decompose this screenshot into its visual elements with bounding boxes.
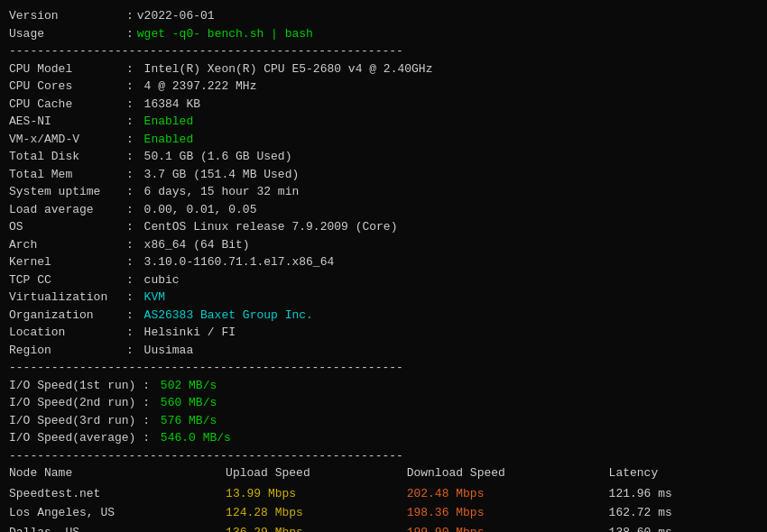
io-row: I/O Speed(average) : 546.0 MB/s (9, 429, 758, 447)
system-row: VM-x/AMD-V : Enabled (9, 131, 758, 149)
sys-label: Kernel (9, 253, 126, 271)
system-row: Kernel : 3.10.0-1160.71.1.el7.x86_64 (9, 253, 758, 271)
system-row: Arch : x86_64 (64 Bit) (9, 236, 758, 254)
system-info: CPU Model : Intel(R) Xeon(R) CPU E5-2680… (9, 60, 758, 360)
system-row: TCP CC : cubic (9, 271, 758, 289)
divider-1: ----------------------------------------… (9, 42, 758, 60)
system-row: Virtualization : KVM (9, 289, 758, 307)
speed-tbody: Speedtest.net 13.99 Mbps 202.48 Mbps 121… (9, 484, 758, 533)
table-row: Dallas, US 136.29 Mbps 199.90 Mbps 138.6… (9, 523, 758, 533)
sys-value: Helsinki / FI (144, 324, 236, 342)
col-upload: Upload Speed (226, 464, 407, 484)
system-row: Total Disk : 50.1 GB (1.6 GB Used) (9, 148, 758, 166)
system-row: Region : Uusimaa (9, 342, 758, 360)
sys-label: CPU Model (9, 60, 126, 78)
sys-label: CPU Cache (9, 96, 126, 114)
upload-cell: 136.29 Mbps (226, 523, 407, 533)
version-line: Version : v2022-06-01 (9, 7, 758, 25)
sys-value: Enabled (144, 113, 194, 131)
io-value: 560 MB/s (161, 394, 217, 412)
sys-label: Location (9, 324, 126, 342)
system-row: CPU Cores : 4 @ 2397.222 MHz (9, 78, 758, 96)
sys-value: CentOS Linux release 7.9.2009 (Core) (144, 218, 398, 236)
system-row: AES-NI : Enabled (9, 113, 758, 131)
sys-value: 3.7 GB (151.4 MB Used) (144, 166, 300, 184)
sys-value: Uusimaa (144, 342, 194, 360)
io-value: 546.0 MB/s (161, 429, 231, 447)
sys-value: Intel(R) Xeon(R) CPU E5-2680 v4 @ 2.40GH… (144, 60, 433, 78)
sys-value: 6 days, 15 hour 32 min (144, 183, 300, 201)
download-cell: 202.48 Mbps (407, 484, 609, 504)
system-row: CPU Model : Intel(R) Xeon(R) CPU E5-2680… (9, 60, 758, 78)
speed-table-header: Node Name Upload Speed Download Speed La… (9, 464, 758, 484)
download-cell: 199.90 Mbps (407, 523, 609, 533)
system-row: Location : Helsinki / FI (9, 324, 758, 342)
sys-value: KVM (144, 289, 165, 307)
sys-label: Total Disk (9, 148, 126, 166)
system-row: Total Mem : 3.7 GB (151.4 MB Used) (9, 166, 758, 184)
col-node: Node Name (9, 464, 226, 484)
divider-3: ----------------------------------------… (9, 447, 758, 465)
col-download: Download Speed (407, 464, 609, 484)
sys-value: 0.00, 0.01, 0.05 (144, 201, 257, 219)
latency-cell: 138.60 ms (609, 523, 758, 533)
sys-value: Enabled (144, 131, 194, 149)
io-row: I/O Speed(1st run) : 502 MB/s (9, 377, 758, 395)
sys-label: Total Mem (9, 166, 126, 184)
io-row: I/O Speed(3rd run) : 576 MB/s (9, 412, 758, 430)
upload-cell: 13.99 Mbps (226, 484, 407, 504)
col-latency: Latency (609, 464, 758, 484)
io-label: I/O Speed(1st run) (9, 377, 135, 395)
sys-label: AES-NI (9, 113, 126, 131)
sys-label: Arch (9, 236, 126, 254)
sys-label: Region (9, 342, 126, 360)
sys-value: 50.1 GB (1.6 GB Used) (144, 148, 292, 166)
table-row: Speedtest.net 13.99 Mbps 202.48 Mbps 121… (9, 484, 758, 504)
sys-label: Virtualization (9, 289, 126, 307)
node-cell: Speedtest.net (9, 484, 226, 504)
version-label: Version (9, 7, 126, 25)
sys-label: TCP CC (9, 271, 126, 289)
table-row: Los Angeles, US 124.28 Mbps 198.36 Mbps … (9, 503, 758, 523)
sys-label: VM-x/AMD-V (9, 131, 126, 149)
system-row: OS : CentOS Linux release 7.9.2009 (Core… (9, 218, 758, 236)
sys-value: x86_64 (64 Bit) (144, 236, 250, 254)
usage-label: Usage (9, 25, 126, 43)
io-info: I/O Speed(1st run) : 502 MB/sI/O Speed(2… (9, 377, 758, 447)
io-label: I/O Speed(average) (9, 429, 135, 447)
system-row: Organization : AS26383 Baxet Group Inc. (9, 307, 758, 325)
version-value: v2022-06-01 (137, 7, 215, 25)
upload-cell: 124.28 Mbps (226, 503, 407, 523)
sys-value: 16384 KB (144, 96, 200, 114)
io-value: 576 MB/s (161, 412, 217, 430)
io-value: 502 MB/s (161, 377, 217, 395)
system-row: CPU Cache : 16384 KB (9, 96, 758, 114)
latency-cell: 162.72 ms (609, 503, 758, 523)
system-row: Load average : 0.00, 0.01, 0.05 (9, 201, 758, 219)
node-cell: Los Angeles, US (9, 503, 226, 523)
sys-value: cubic (144, 271, 180, 289)
io-label: I/O Speed(2nd run) (9, 394, 135, 412)
sys-label: CPU Cores (9, 78, 126, 96)
system-row: System uptime : 6 days, 15 hour 32 min (9, 183, 758, 201)
sys-label: Load average (9, 201, 126, 219)
sys-label: OS (9, 218, 126, 236)
usage-line: Usage : wget -q0- bench.sh | bash (9, 25, 758, 43)
usage-value: wget -q0- bench.sh | bash (137, 25, 313, 43)
sys-value: 4 @ 2397.222 MHz (144, 78, 257, 96)
download-cell: 198.36 Mbps (407, 503, 609, 523)
sys-value: 3.10.0-1160.71.1.el7.x86_64 (144, 253, 335, 271)
sys-value: AS26383 Baxet Group Inc. (144, 307, 313, 325)
node-cell: Dallas, US (9, 523, 226, 533)
sys-label: System uptime (9, 183, 126, 201)
io-row: I/O Speed(2nd run) : 560 MB/s (9, 394, 758, 412)
io-label: I/O Speed(3rd run) (9, 412, 135, 430)
divider-2: ----------------------------------------… (9, 359, 758, 377)
sys-label: Organization (9, 307, 126, 325)
speed-table: Node Name Upload Speed Download Speed La… (9, 464, 758, 532)
latency-cell: 121.96 ms (609, 484, 758, 504)
